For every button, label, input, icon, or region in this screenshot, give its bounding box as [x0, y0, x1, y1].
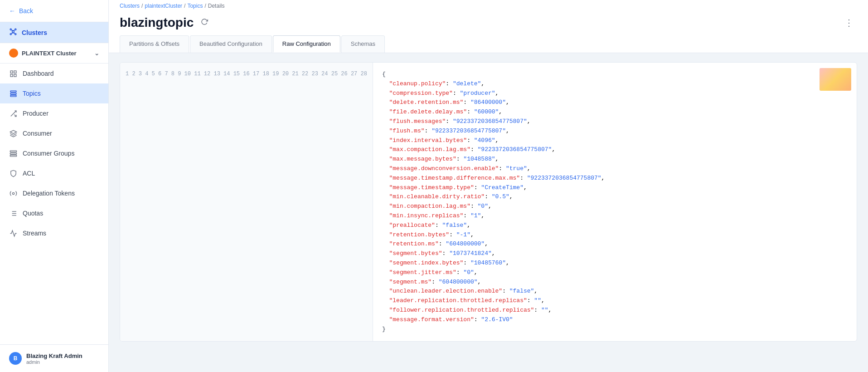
clusters-icon	[9, 28, 17, 37]
svg-point-0	[12, 31, 15, 33]
svg-rect-12	[14, 74, 16, 76]
sidebar-item-consumer-groups[interactable]: Consumer Groups	[0, 143, 108, 163]
line-numbers: 1 2 3 4 5 6 7 8 9 10 11 12 13 14 15 16 1…	[120, 63, 373, 341]
sidebar-item-label: ACL	[23, 170, 35, 177]
sidebar-item-topics[interactable]: Topics	[0, 83, 108, 103]
sidebar-item-label: Topics	[23, 90, 41, 97]
svg-rect-14	[10, 93, 16, 94]
consumer-icon	[9, 129, 17, 137]
sidebar-item-streams[interactable]: Streams	[0, 223, 108, 243]
code-block: 1 2 3 4 5 6 7 8 9 10 11 12 13 14 15 16 1…	[120, 63, 857, 341]
topics-icon	[9, 89, 17, 98]
svg-line-8	[11, 33, 13, 34]
clusters-button[interactable]: Clusters	[0, 22, 108, 43]
svg-point-21	[12, 192, 14, 194]
breadcrumb-sep2: /	[184, 3, 185, 9]
tab-beautified[interactable]: Beautified Configuration	[190, 35, 272, 53]
breadcrumb: Clusters / plaintextCluster / Topics / D…	[120, 3, 857, 12]
sidebar-item-label: Producer	[23, 110, 48, 117]
sidebar-item-consumer[interactable]: Consumer	[0, 123, 108, 143]
cluster-name-label: PLAINTEXT Cluster	[22, 50, 77, 57]
breadcrumb-details: Details	[208, 3, 225, 9]
back-arrow-icon: ←	[9, 7, 15, 15]
sidebar-item-producer[interactable]: Producer	[0, 103, 108, 123]
code-content: { "cleanup.policy": "delete", "compressi…	[373, 63, 857, 341]
svg-point-4	[10, 34, 11, 35]
svg-line-6	[11, 30, 13, 31]
sidebar-item-quotas[interactable]: Quotas	[0, 203, 108, 223]
sidebar-nav: Dashboard Topics Producer	[0, 64, 108, 344]
code-preview-thumbnail	[820, 68, 851, 91]
sidebar-item-label: Consumer	[23, 130, 52, 137]
code-container: 1 2 3 4 5 6 7 8 9 10 11 12 13 14 15 16 1…	[120, 62, 857, 342]
sidebar-footer: B Blazing Kraft Admin admin	[0, 344, 108, 372]
tab-partitions[interactable]: Partitions & Offsets	[120, 35, 189, 53]
sidebar: ← Back Clusters PLAINTEXT Cluster ⌄ Dash…	[0, 0, 109, 372]
more-options-button[interactable]: ⋮	[841, 15, 857, 30]
acl-icon	[9, 169, 17, 177]
sidebar-item-label: Streams	[23, 230, 46, 237]
top-bar: Clusters / plaintextCluster / Topics / D…	[109, 0, 868, 53]
cluster-status-dot	[9, 49, 18, 58]
back-button[interactable]: ← Back	[0, 0, 108, 22]
svg-rect-19	[10, 153, 16, 154]
sidebar-item-label: Dashboard	[23, 70, 54, 77]
sidebar-item-dashboard[interactable]: Dashboard	[0, 64, 108, 83]
sidebar-item-label: Consumer Groups	[23, 150, 74, 157]
cluster-selector[interactable]: PLAINTEXT Cluster ⌄	[0, 43, 108, 64]
breadcrumb-sep3: /	[204, 3, 206, 9]
svg-rect-10	[14, 71, 16, 73]
svg-rect-18	[10, 151, 16, 152]
sidebar-item-acl[interactable]: ACL	[0, 163, 108, 183]
refresh-button[interactable]	[199, 16, 210, 29]
sidebar-item-label: Quotas	[23, 210, 43, 217]
breadcrumb-clusters[interactable]: Clusters	[120, 3, 140, 9]
svg-point-2	[10, 29, 11, 30]
delegation-tokens-icon	[9, 189, 17, 197]
chevron-down-icon: ⌄	[94, 50, 99, 57]
avatar: B	[9, 352, 22, 365]
svg-rect-13	[10, 91, 16, 92]
quotas-icon	[9, 209, 17, 217]
footer-user-info: Blazing Kraft Admin admin	[26, 352, 82, 365]
svg-rect-9	[10, 71, 13, 73]
main-content: Clusters / plaintextCluster / Topics / D…	[109, 0, 868, 372]
tab-raw[interactable]: Raw Configuration	[273, 35, 340, 53]
svg-point-3	[15, 34, 16, 35]
breadcrumb-topics[interactable]: Topics	[187, 3, 203, 9]
svg-rect-11	[10, 74, 13, 76]
footer-role: admin	[26, 359, 82, 365]
page-title: blazingtopic	[120, 15, 194, 30]
tabs-bar: Partitions & Offsets Beautified Configur…	[120, 35, 857, 53]
sidebar-item-label: Delegation Tokens	[23, 190, 75, 197]
svg-point-1	[15, 29, 16, 30]
svg-rect-15	[10, 95, 16, 97]
svg-rect-20	[10, 155, 16, 157]
content-area: 1 2 3 4 5 6 7 8 9 10 11 12 13 14 15 16 1…	[109, 53, 868, 372]
sidebar-item-delegation-tokens[interactable]: Delegation Tokens	[0, 183, 108, 203]
breadcrumb-cluster-name[interactable]: plaintextCluster	[145, 3, 182, 9]
streams-icon	[9, 229, 17, 237]
svg-line-7	[13, 33, 15, 34]
footer-username: Blazing Kraft Admin	[26, 352, 82, 359]
clusters-label: Clusters	[22, 29, 47, 36]
consumer-groups-icon	[9, 149, 17, 157]
breadcrumb-sep1: /	[141, 3, 143, 9]
back-label: Back	[19, 7, 33, 15]
producer-icon	[9, 109, 17, 117]
tab-schemas[interactable]: Schemas	[341, 35, 385, 53]
svg-line-5	[13, 30, 15, 31]
page-title-row: blazingtopic ⋮	[120, 12, 857, 35]
dashboard-icon	[9, 69, 17, 78]
